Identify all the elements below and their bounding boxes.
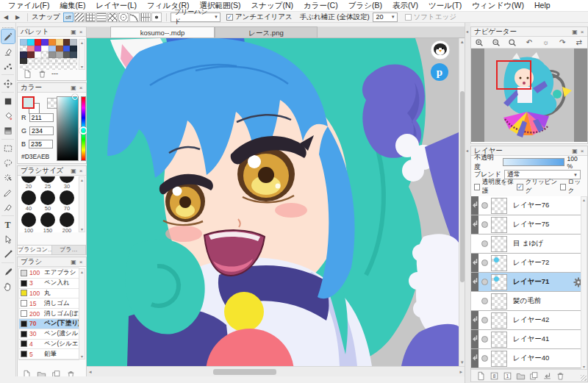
palette-swatch-13[interactable] — [49, 46, 56, 52]
menu-item-7[interactable]: カラー(C) — [298, 0, 343, 11]
rotate-right-button[interactable]: ↷ — [556, 37, 568, 48]
close-panel-icon[interactable]: × — [578, 148, 586, 154]
palette-add-icon[interactable] — [22, 68, 32, 79]
layer-folder-icon[interactable] — [515, 371, 526, 381]
tool-select-eraser[interactable] — [1, 200, 15, 214]
palette-trash-icon[interactable] — [37, 68, 47, 79]
close-panel-icon[interactable]: × — [578, 29, 586, 35]
float-panel-icon[interactable]: ▣ — [70, 29, 77, 35]
palette-swatch-27[interactable] — [35, 58, 42, 65]
palette-swatch-11[interactable] — [35, 46, 42, 52]
window-resize-grip[interactable] — [581, 375, 587, 381]
brush-item[interactable]: 30ペン(濃シルエ — [19, 329, 79, 340]
menu-item-11[interactable]: ウィンドウ(W) — [467, 0, 529, 11]
snap-point-button[interactable] — [151, 12, 162, 22]
brush-size-tab-1[interactable]: ブラシコン… — [18, 246, 52, 254]
tool-lasso[interactable] — [1, 156, 15, 170]
tool-line-tool[interactable] — [1, 247, 15, 261]
softedge-checkbox[interactable] — [405, 14, 412, 21]
float-panel-icon[interactable]: ▣ — [70, 168, 77, 174]
flip-horizontal-button[interactable]: ⇄ — [573, 37, 585, 48]
snap-curve-button[interactable] — [129, 12, 140, 22]
layer-row[interactable]: レイヤー76 — [471, 196, 587, 215]
palette-swatch-20[interactable] — [41, 51, 49, 58]
palette-swatch-26[interactable] — [27, 58, 35, 65]
palette-scrollbar[interactable]: ▴▾ — [79, 39, 85, 70]
brush-size-25[interactable]: 25 — [38, 176, 57, 190]
tool-eraser[interactable] — [1, 44, 15, 58]
close-panel-icon[interactable]: × — [77, 259, 85, 265]
snap-horizontal-button[interactable] — [96, 12, 107, 22]
layer-duplicate-icon[interactable] — [528, 371, 539, 381]
layer-add-1bit-icon[interactable]: 1 — [502, 371, 512, 381]
brush-item[interactable]: 200消しゴム(ぼか — [19, 309, 79, 319]
color-b-input[interactable] — [29, 140, 53, 148]
tool-pen[interactable] — [1, 29, 15, 43]
palette-swatch-21[interactable] — [49, 51, 56, 58]
tool-text[interactable]: T — [1, 218, 15, 232]
palette-swatch-8[interactable] — [70, 39, 77, 46]
snap-grid-button[interactable] — [85, 12, 96, 22]
tool-eyedropper[interactable] — [1, 265, 15, 279]
brush-size-40[interactable]: 40 — [19, 190, 38, 212]
menu-item-2[interactable]: 編集(E) — [54, 0, 90, 11]
tool-move[interactable] — [1, 76, 15, 90]
tool-operation[interactable] — [1, 232, 15, 246]
antialias-checkbox[interactable]: ✓ — [226, 14, 233, 21]
palette-swatch-15[interactable] — [63, 46, 71, 52]
scroll-left-icon[interactable]: ◂ — [89, 369, 92, 375]
dock-collapse-icon[interactable]: ◂ — [466, 29, 468, 34]
palette-swatch-29[interactable] — [49, 58, 56, 65]
menu-item-1[interactable]: ファイル(F) — [3, 0, 54, 11]
brush-item[interactable]: 3ペン入れ — [19, 279, 79, 289]
menu-item-9[interactable]: 表示(V) — [387, 0, 423, 11]
rotate-left-button[interactable]: ↶ — [523, 37, 535, 48]
menu-item-8[interactable]: ブラシ(B) — [343, 0, 387, 11]
layer-visibility-icon[interactable] — [481, 336, 488, 343]
layer-row[interactable]: レイヤー40 — [471, 349, 587, 368]
layer-row[interactable]: レイヤー71 — [471, 273, 587, 292]
palette-swatch-7[interactable] — [63, 39, 71, 46]
brush-size-tab-2[interactable]: ブラ… — [52, 246, 87, 254]
palette-swatch-10[interactable] — [27, 46, 35, 52]
tool-magic-wand[interactable] — [1, 171, 15, 185]
horizontal-scroll-thumb[interactable] — [213, 369, 276, 375]
snap-radial-button[interactable] — [118, 12, 129, 22]
menu-item-12[interactable]: Help — [529, 0, 556, 11]
close-panel-icon[interactable]: × — [77, 29, 85, 35]
palette-swatch-3[interactable] — [35, 39, 42, 46]
scroll-up-icon[interactable]: ▴ — [461, 39, 464, 45]
layer-option-checkbox[interactable] — [560, 184, 566, 190]
brush-item[interactable]: 5鉛筆 — [19, 349, 79, 359]
zoom-out-button[interactable] — [490, 37, 502, 48]
layer-row[interactable]: レイヤー72 — [471, 254, 587, 273]
layer-visibility-icon[interactable] — [481, 221, 488, 228]
brush-size-30[interactable]: 30 — [57, 176, 76, 190]
tool-bucket[interactable] — [1, 109, 15, 123]
zoom-in-button[interactable] — [473, 37, 485, 48]
tool-select-rect[interactable] — [1, 141, 15, 155]
canvas-horizontal-scrollbar[interactable]: ◂ ▸ — [87, 366, 465, 376]
tab-document-1[interactable]: kosumo--.mdp — [110, 26, 215, 37]
palette-swatch-2[interactable] — [27, 39, 35, 46]
close-panel-icon[interactable]: × — [77, 85, 85, 91]
tool-fill[interactable] — [1, 94, 15, 108]
opacity-slider[interactable] — [503, 158, 564, 166]
freehand-dropdown[interactable]: フリーハンド ▼ — [171, 12, 220, 22]
canvas-vertical-scrollbar[interactable]: ▴ ▾ — [459, 38, 465, 366]
brush-size-50[interactable]: 50 — [38, 190, 57, 212]
palette-swatch-31[interactable] — [63, 58, 71, 65]
nav-forward-button[interactable]: ▶ — [12, 12, 24, 22]
navigator-view-rectangle[interactable] — [496, 60, 531, 90]
brush-size-150[interactable]: 150 — [38, 212, 57, 232]
tab-document-2[interactable]: レース.png — [215, 26, 318, 37]
layer-trash-icon[interactable] — [555, 371, 565, 381]
tool-hand[interactable] — [1, 279, 15, 293]
palette-swatch-24[interactable] — [70, 51, 77, 58]
palette-swatch-30[interactable] — [56, 58, 63, 65]
layer-row[interactable]: 目 まゆげ — [471, 235, 587, 254]
float-panel-icon[interactable]: ▣ — [571, 29, 578, 35]
saturation-value-picker[interactable] — [57, 96, 79, 161]
nav-back-button[interactable]: ◀ — [0, 12, 12, 22]
layer-option-checkbox[interactable]: ✓ — [517, 184, 523, 190]
